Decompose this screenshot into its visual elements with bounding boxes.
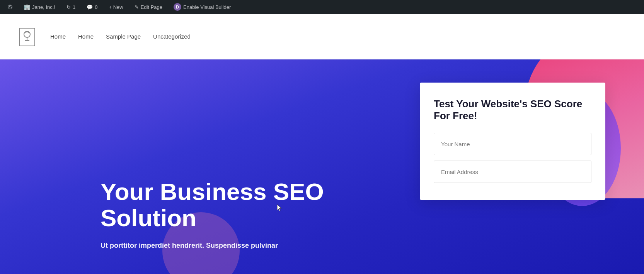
nav-home-1[interactable]: Home — [50, 33, 66, 40]
site-logo[interactable] — [15, 23, 39, 50]
admin-bar: 🏢 Jane, Inc.! ↻ 1 💬 0 + New ✎ Edit Page … — [0, 0, 644, 14]
site-header: Home Home Sample Page Uncategorized — [0, 14, 644, 59]
comments-count: 0 — [95, 4, 97, 10]
edit-page-label: Edit Page — [141, 4, 162, 10]
your-name-input[interactable] — [434, 133, 591, 155]
edit-page-button[interactable]: ✎ Edit Page — [131, 0, 165, 14]
new-button[interactable]: + New — [106, 0, 126, 14]
visual-builder-label: Enable Visual Builder — [183, 4, 231, 10]
updates-button[interactable]: ↻ 1 — [63, 0, 78, 14]
site-name-button[interactable]: 🏢 Jane, Inc.! — [20, 0, 58, 14]
comments-button[interactable]: 💬 0 — [83, 0, 101, 14]
nav-home-2[interactable]: Home — [78, 33, 94, 40]
separator — [168, 3, 168, 11]
nav-sample-page[interactable]: Sample Page — [106, 33, 141, 40]
seo-form-title: Test Your Website's SEO Score For Free! — [434, 98, 591, 122]
edit-icon: ✎ — [135, 4, 139, 10]
nav-uncategorized[interactable]: Uncategorized — [153, 33, 191, 40]
separator — [81, 3, 81, 11]
updates-icon: ↻ — [66, 4, 71, 10]
divi-icon: D — [174, 3, 181, 11]
site-icon: 🏢 — [24, 4, 30, 10]
wordpress-logo-button[interactable] — [5, 2, 15, 12]
site-navigation: Home Home Sample Page Uncategorized — [50, 33, 191, 40]
hero-title: Your Business SEO Solution — [101, 179, 363, 231]
visual-builder-button[interactable]: D Enable Visual Builder — [170, 0, 234, 14]
separator — [18, 3, 18, 11]
new-label: + New — [109, 4, 123, 10]
hero-content: Your Business SEO Solution Ut porttitor … — [101, 179, 363, 251]
updates-count: 1 — [73, 4, 75, 10]
site-name-label: Jane, Inc.! — [32, 4, 55, 10]
separator — [103, 3, 103, 11]
separator — [61, 3, 61, 11]
seo-form-card: Test Your Website's SEO Score For Free! — [420, 83, 605, 200]
comments-icon: 💬 — [87, 4, 93, 10]
hero-subtitle: Ut porttitor imperdiet hendrerit. Suspen… — [101, 240, 363, 251]
svg-point-2 — [24, 31, 30, 37]
separator — [129, 3, 129, 11]
hero-section: Your Business SEO Solution Ut porttitor … — [0, 59, 644, 274]
email-address-input[interactable] — [434, 161, 591, 183]
